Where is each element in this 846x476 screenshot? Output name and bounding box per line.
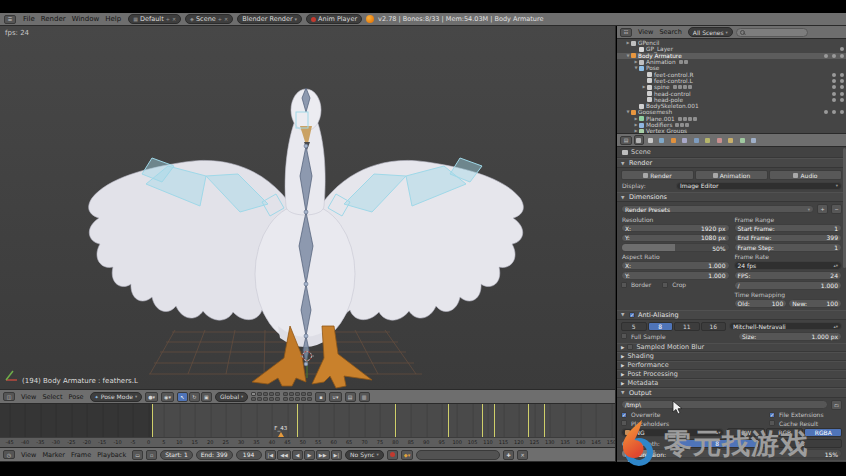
full-sample-checkbox[interactable]: [621, 333, 627, 339]
display-dropdown[interactable]: Image Editor ▾: [676, 182, 842, 191]
scene-close-icon[interactable]: ✕: [224, 16, 228, 22]
render-presets-dropdown[interactable]: Render Presets ▾: [621, 205, 814, 214]
screen-layout-selector[interactable]: ▦ Default + ✕: [128, 14, 181, 24]
arrow-restriction-icon[interactable]: [840, 73, 844, 77]
timeline-canvas[interactable]: F_43 -45-40-35-30-25-20-15-10-5051015202…: [0, 404, 616, 447]
sampled-motion-blur-checkbox[interactable]: [627, 344, 633, 350]
outliner-editor-type-icon[interactable]: ☷: [620, 28, 632, 37]
layer-cell[interactable]: [251, 392, 256, 396]
tab-world[interactable]: [657, 135, 667, 145]
layer-cell[interactable]: [283, 392, 288, 396]
layer-cell[interactable]: [301, 392, 306, 396]
aa-sample-11[interactable]: 11: [674, 322, 700, 331]
layer-cell[interactable]: [263, 397, 268, 401]
start-frame-field[interactable]: Start: 1: [160, 450, 193, 460]
pivot-selector[interactable]: ◉▾: [161, 392, 174, 402]
render-engine-selector[interactable]: Blender Render ▾: [237, 14, 302, 24]
border-checkbox[interactable]: [621, 282, 627, 288]
layer-cell[interactable]: [295, 397, 300, 401]
render-button[interactable]: Render: [621, 170, 694, 180]
end-frame-field[interactable]: End: 399: [196, 450, 233, 460]
layer-cell[interactable]: [289, 397, 294, 401]
layer-cell[interactable]: [275, 392, 280, 396]
snap-magnet-icon[interactable]: ∪▾: [329, 392, 341, 402]
viewport-menu-view[interactable]: View: [18, 393, 39, 401]
layer-cell[interactable]: [283, 397, 288, 401]
scene-selector[interactable]: ◈ Scene + ✕: [185, 14, 233, 24]
timeline-ruler[interactable]: -45-40-35-30-25-20-15-10-505101520253035…: [0, 437, 616, 447]
layer-cell[interactable]: [269, 397, 274, 401]
frame-step-field[interactable]: Frame Step:1: [734, 243, 843, 252]
eye-restriction-icon[interactable]: [832, 73, 836, 77]
depth-8[interactable]: 8: [676, 439, 759, 448]
end-frame-prop-field[interactable]: End Frame:399: [734, 234, 843, 243]
layers-grid-1[interactable]: [251, 392, 280, 401]
current-frame-field[interactable]: 194: [236, 450, 262, 460]
channel-rgb[interactable]: RGB: [766, 428, 804, 437]
layer-cell[interactable]: [295, 392, 300, 396]
lock-icon[interactable]: ▪: [315, 392, 326, 402]
channel-rgba[interactable]: RGBA: [804, 428, 842, 437]
play-button[interactable]: ▶: [304, 450, 315, 460]
tab-texture[interactable]: [726, 135, 736, 145]
tab-object[interactable]: [668, 135, 678, 145]
aa-size-field[interactable]: Size:1.000 px: [738, 332, 842, 341]
overwrite-checkbox[interactable]: ✓: [621, 412, 627, 418]
panel-header-output[interactable]: ▼ Output: [617, 388, 846, 398]
aspect-y-field[interactable]: Y:1.000: [621, 271, 730, 280]
keyframe-line[interactable]: [297, 404, 298, 437]
channel-bw[interactable]: BW: [727, 428, 765, 437]
info-editor-type-icon[interactable]: ☰: [4, 15, 16, 24]
aa-sample-8[interactable]: 8: [648, 322, 674, 331]
start-frame-prop-field[interactable]: Start Frame:1: [734, 224, 843, 233]
layer-cell[interactable]: [257, 397, 262, 401]
keyframe-line[interactable]: [544, 404, 545, 437]
compression-slider[interactable]: Compression: 15%: [621, 449, 842, 458]
play-reverse-button[interactable]: ◀: [292, 450, 303, 460]
layer-cell[interactable]: [307, 392, 312, 396]
remap-old-field[interactable]: Old:100: [734, 299, 788, 308]
viewport-editor-type-icon[interactable]: ◫: [3, 392, 15, 401]
arrow-restriction-icon[interactable]: [832, 110, 836, 114]
fps-field[interactable]: FPS:24: [734, 271, 843, 280]
preset-remove-button[interactable]: −: [831, 204, 842, 214]
panel-header-post-processing[interactable]: ▶Post Processing: [617, 370, 846, 379]
camera-restriction-icon[interactable]: [840, 47, 844, 51]
info-menu-render[interactable]: Render: [38, 15, 69, 23]
viewport-menu-pose[interactable]: Pose: [66, 393, 87, 401]
tab-material[interactable]: [714, 135, 724, 145]
outliner-menu-search[interactable]: Search: [656, 28, 684, 36]
auto-keyframe-record-icon[interactable]: [387, 450, 398, 460]
outliner-menu-view[interactable]: View: [635, 28, 656, 36]
mode-selector[interactable]: ✦ Pose Mode ▾: [90, 392, 143, 402]
tab-scene[interactable]: [645, 135, 655, 145]
properties-editor-type-icon[interactable]: ▤: [620, 136, 632, 145]
arrow-restriction-icon[interactable]: [840, 92, 844, 96]
fps-base-field[interactable]: /1.000: [734, 281, 843, 290]
layer-cell[interactable]: [307, 397, 312, 401]
cache-result-checkbox[interactable]: [769, 420, 775, 426]
info-menu-file[interactable]: File: [20, 15, 38, 23]
jump-to-end-button[interactable]: ▶|: [331, 450, 343, 460]
insert-keyframe-icon[interactable]: ✚: [503, 450, 514, 460]
eye-restriction-icon[interactable]: [824, 110, 828, 114]
viewport-menu-select[interactable]: Select: [39, 393, 65, 401]
resolution-percentage-slider[interactable]: 50%: [621, 243, 730, 252]
output-path-field[interactable]: /tmp\: [621, 400, 828, 409]
layer-cell[interactable]: [269, 392, 274, 396]
layers-grid-2[interactable]: [283, 392, 312, 401]
preview-range-icon[interactable]: ▭: [132, 450, 143, 460]
layer-cell[interactable]: [289, 392, 294, 396]
arrow-restriction-icon[interactable]: [840, 79, 844, 83]
panel-header-sampled-motion-blur[interactable]: ▶Sampled Motion Blur: [617, 343, 846, 352]
layer-cell[interactable]: [275, 397, 280, 401]
eye-restriction-icon[interactable]: [824, 54, 828, 58]
preset-add-button[interactable]: +: [817, 204, 828, 214]
layer-cell[interactable]: [251, 397, 256, 401]
arrow-restriction-icon[interactable]: [832, 54, 836, 58]
shading-selector[interactable]: ●▾: [145, 392, 158, 402]
rotate-manipulator-icon[interactable]: ↻: [189, 392, 200, 402]
eye-restriction-icon[interactable]: [832, 85, 836, 89]
orientation-selector[interactable]: Global ▾: [215, 392, 248, 402]
aa-sample-16[interactable]: 16: [701, 322, 727, 331]
